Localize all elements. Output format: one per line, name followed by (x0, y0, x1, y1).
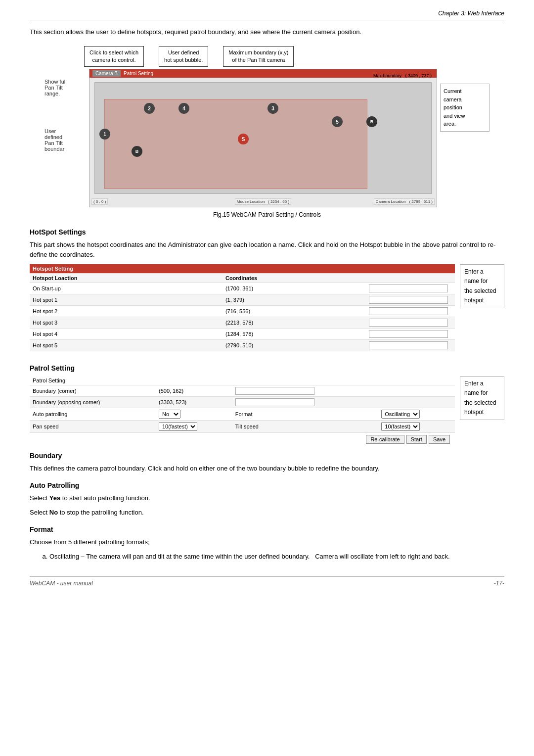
boundary-opposing-value: (3303, 523) (156, 397, 232, 408)
patrol-annotation: Enter a name for the selected hotspot (460, 376, 504, 420)
footer-right: -17- (494, 580, 504, 587)
auto-patrolling-section: Auto Patrolling Select Yes to start auto… (30, 481, 504, 518)
auto-patrol-label: Auto patrolling (30, 408, 156, 421)
format-intro: Choose from 5 different patrolling forma… (30, 537, 504, 547)
callout-max-boundary: Maximum boundary (x,y)of the Pan Tilt ca… (223, 46, 294, 67)
patrol-setting-title: Patrol Setting (30, 364, 504, 372)
hotspot-settings-section: HotSpot Settings This part shows the hot… (30, 228, 504, 356)
footer: WebCAM - user manual -17- (30, 576, 504, 587)
hotspot-name-input-0[interactable] (369, 284, 448, 292)
camera-location: Camera Location ( 2799 , 511 ) (374, 198, 435, 205)
auto-patrol-line2: Select No to stop the patrolling functio… (30, 508, 504, 518)
footer-left: WebCAM - user manual (30, 580, 93, 587)
hotspot-settings-title: HotSpot Settings (30, 228, 504, 236)
camera-selector[interactable]: Camera B (92, 70, 121, 77)
hotspot-annotation: Enter a name for the selected hotspot (460, 264, 504, 308)
col-location: Hotspot Loaction (30, 274, 222, 283)
boundary-title: Boundary (30, 452, 504, 460)
list-item: Oscillating – The camera will pan and ti… (49, 552, 504, 562)
hotspot-coord: (1700, 361) (222, 283, 366, 294)
hotspot-coord: (716, 556) (222, 306, 366, 317)
hotspot-location: Hot spot 2 (30, 306, 222, 317)
table-row: Boundary (corner) (500, 162) (30, 385, 455, 397)
hotspot-location: Hot spot 4 (30, 329, 222, 340)
table-row: Hot spot 4 (1284, 578) (30, 329, 455, 340)
show-full-label: Show fulPan Tiltrange. (44, 79, 65, 96)
user-pan-label: UserdefinedPan Tiltboundar (44, 128, 64, 152)
max-boundary-label: Max boundary ( 3409 , 737 ) (373, 73, 432, 78)
table-row: Pan speed 10(fastest) 5 1(slowest) Tilt … (30, 421, 455, 433)
hotspot-table: Hotspot Setting Hotspot Loaction Coordin… (30, 264, 455, 351)
boundary-section: Boundary This defines the camera patrol … (30, 452, 504, 473)
table-row: Boundary (opposing corner) (3303, 523) (30, 397, 455, 408)
hotspot-coord: (1284, 578) (222, 329, 366, 340)
hotspot-coord: (2213, 578) (222, 317, 366, 329)
tilt-speed-select[interactable]: 10(fastest) 5 1(slowest) (381, 422, 420, 431)
hotspot-name-input-1[interactable] (369, 296, 448, 304)
format-label-cell: Format (232, 408, 379, 421)
patrol-setting-section: Patrol Setting Patrol Setting Boundary (… (30, 364, 504, 444)
chapter-title: Chapter 3: Web Interface (438, 10, 504, 17)
format-list: Oscillating – The camera will pan and ti… (30, 552, 504, 562)
hotspot-coord: (1, 379) (222, 294, 366, 306)
boundary-desc: This defines the camera patrol boundary.… (30, 464, 504, 473)
hotspot-location: Hot spot 1 (30, 294, 222, 306)
hotspot-table-header: Hotspot Setting (30, 264, 455, 274)
action-buttons: Re-calibrate Start Save (30, 435, 455, 444)
hotspot-name-input-3[interactable] (369, 319, 448, 327)
yes-bold: Yes (49, 494, 60, 502)
table-row: Hot spot 5 (2790, 510) (30, 340, 455, 351)
boundary-opposing-input[interactable] (235, 398, 314, 406)
boundary-corner-value: (500, 162) (156, 385, 232, 397)
patrol-table: Patrol Setting Boundary (corner) (500, 1… (30, 376, 455, 433)
table-row: On Start-up (1700, 361) (30, 283, 455, 294)
pan-speed-select[interactable]: 10(fastest) 5 1(slowest) (159, 422, 197, 431)
tilt-speed-label: Tilt speed (232, 421, 379, 433)
callout-hotspot-bubble: User definedhot spot bubble. (159, 46, 208, 67)
boundary-corner-label: Boundary (corner) (30, 385, 156, 397)
coord-origin: ( 0 , 0 ) (91, 198, 108, 205)
format-select[interactable]: Oscillating Sequential Random (381, 410, 420, 419)
format-section: Format Choose from 5 different patrollin… (30, 525, 504, 562)
intro-paragraph: This section allows the user to define h… (30, 27, 504, 37)
boundary-opposing-label: Boundary (opposing corner) (30, 397, 156, 408)
format-title: Format (30, 525, 504, 533)
callout-camera-select: Click to select whichcamera to control. (84, 46, 144, 67)
auto-patrol-line1: Select Yes to start auto patrolling func… (30, 493, 504, 503)
hotspot-location: Hot spot 5 (30, 340, 222, 351)
no-bold: No (49, 509, 58, 516)
recalibrate-button[interactable]: Re-calibrate (366, 435, 404, 444)
table-row: Hot spot 1 (1, 379) (30, 294, 455, 306)
auto-patrol-select[interactable]: No Yes (159, 410, 180, 419)
hotspot-coord: (2790, 510) (222, 340, 366, 351)
hotspot-settings-desc: This part shows the hotspot coordinates … (30, 240, 504, 259)
patrol-table-header: Patrol Setting (30, 376, 455, 385)
start-button[interactable]: Start (406, 435, 427, 444)
pan-speed-label: Pan speed (30, 421, 156, 433)
current-cam-box: Currentcamerapositionand viewarea. (440, 84, 490, 132)
fig-caption: Fig.15 WebCAM Patrol Setting / Controls (30, 211, 504, 218)
patrol-area (104, 99, 367, 189)
auto-patrolling-title: Auto Patrolling (30, 481, 504, 489)
hotspot-location: Hot spot 3 (30, 317, 222, 329)
camera-diagram: Camera B Patrol Setting Max boundary ( 3… (89, 69, 437, 207)
diagram-outer: Click to select whichcamera to control. … (44, 46, 490, 208)
hotspot-name-input-2[interactable] (369, 307, 448, 315)
chapter-header: Chapter 3: Web Interface (30, 10, 504, 20)
hotspot-location: On Start-up (30, 283, 222, 294)
hotspot-name-input-5[interactable] (369, 341, 448, 349)
hotspot-name-input-4[interactable] (369, 330, 448, 338)
save-button[interactable]: Save (429, 435, 450, 444)
table-row: Hot spot 3 (2213, 578) (30, 317, 455, 329)
table-row: Auto patrolling No Yes Format Oscillatin… (30, 408, 455, 421)
mouse-location: Mouse Location ( 2234 , 65 ) (235, 198, 291, 205)
col-coordinates: Coordinates (222, 274, 366, 283)
col-name-input-header (366, 274, 455, 283)
patrol-setting-label: Patrol Setting (124, 71, 153, 76)
boundary-corner-input[interactable] (235, 387, 314, 395)
table-row: Hot spot 2 (716, 556) (30, 306, 455, 317)
